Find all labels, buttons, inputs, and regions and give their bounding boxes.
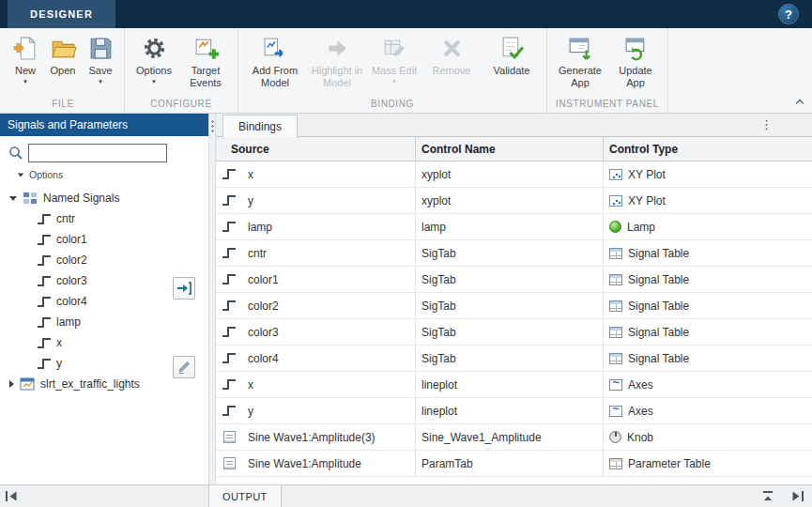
generate-app-button[interactable]: Generate App — [553, 33, 607, 91]
collapse-right-button[interactable] — [791, 490, 804, 505]
cell-source: Sine Wave1:Amplitude(3) — [242, 424, 416, 450]
cell-source: color4 — [242, 346, 416, 371]
signal-icon — [38, 297, 51, 307]
bindings-area: Bindings ⋮ Source Control Name Control T… — [216, 114, 812, 484]
chevron-up-icon — [794, 98, 805, 105]
group-label-file: FILE — [7, 97, 119, 113]
tree-item-named-signals[interactable]: Named Signals — [0, 188, 208, 208]
save-dropdown-caret: ▾ — [99, 78, 102, 84]
tree-item[interactable]: lamp — [0, 312, 208, 332]
expander-down-icon[interactable] — [9, 196, 17, 201]
workspace: Signals and Parameters Options Named Sig… — [0, 114, 812, 484]
cell-control-type: Signal Table — [604, 267, 812, 292]
collapse-ribbon-button[interactable] — [794, 95, 805, 108]
control-type-label: Signal Table — [628, 247, 689, 260]
tab-designer[interactable]: DESIGNER — [8, 0, 115, 28]
signal-icon — [222, 406, 236, 416]
target-events-label: Target Events — [180, 65, 231, 89]
ribbon-group-binding: Add From Model Highlight in Model Mass E… — [238, 28, 547, 113]
tab-output[interactable]: OUTPUT — [208, 485, 282, 507]
tree-item-label: slrt_ex_traffic_lights — [40, 377, 140, 391]
mass-edit-button[interactable]: Mass Edit ▾ — [368, 33, 421, 86]
control-type-label: Parameter Table — [628, 457, 711, 470]
signal-icon — [222, 327, 236, 337]
highlight-in-model-button[interactable]: Highlight in Model — [308, 33, 366, 91]
bind-arrow-icon — [176, 281, 192, 296]
bindings-table: x xyplot XY Plot y xyplot XY Plot lamp l… — [216, 161, 812, 484]
table-row[interactable]: Sine Wave1:Amplitude(3) Sine_Wave1_Ampli… — [216, 424, 812, 451]
collapse-left-button[interactable] — [5, 490, 18, 505]
control-type-label: Signal Table — [628, 300, 689, 313]
search-input[interactable] — [28, 144, 167, 162]
tree-item[interactable]: x — [0, 332, 208, 353]
sigtable-icon — [609, 300, 622, 312]
tree-item-label: color1 — [56, 233, 87, 246]
table-row[interactable]: color3 SigTab Signal Table — [216, 319, 812, 346]
knob-icon — [609, 431, 621, 443]
expander-right-icon[interactable] — [9, 380, 14, 388]
panel-splitter[interactable] — [208, 114, 216, 484]
add-from-model-button[interactable]: Add From Model — [244, 33, 306, 91]
sigtable-icon — [609, 274, 622, 285]
table-row[interactable]: x xyplot XY Plot — [216, 161, 812, 188]
cell-control-type: Axes — [604, 372, 812, 397]
search-options-button[interactable]: Options — [0, 162, 208, 184]
named-signals-icon — [23, 192, 38, 205]
tree-item[interactable]: color1 — [0, 229, 208, 250]
cell-source: lamp — [242, 214, 416, 239]
tree-item-label: cntr — [56, 212, 75, 225]
paramtable-icon — [609, 458, 622, 469]
options-button[interactable]: Options ▾ — [130, 33, 177, 86]
cell-control-type: Lamp — [604, 214, 812, 239]
app-window: DESIGNER ? New ▾ Open Save ▾ — [0, 0, 812, 507]
ribbon-group-configure: Options ▾ Target Events CONFIGURE — [125, 28, 238, 113]
mass-edit-label: Mass Edit — [372, 65, 417, 77]
tab-bindings[interactable]: Bindings — [222, 115, 298, 137]
signal-icon — [222, 248, 236, 258]
tree-item-label: color3 — [56, 274, 87, 287]
table-row[interactable]: y lineplot Axes — [216, 398, 812, 424]
column-header-control-name[interactable]: Control Name — [416, 137, 604, 161]
new-button[interactable]: New ▾ — [8, 33, 43, 86]
cell-control-name: SigTab — [416, 293, 604, 318]
tree-item-label: lamp — [56, 315, 81, 329]
cell-source: y — [242, 188, 416, 213]
table-row[interactable]: cntr SigTab Signal Table — [216, 240, 812, 267]
table-row[interactable]: color4 SigTab Signal Table — [216, 346, 812, 372]
axes-icon — [609, 406, 622, 417]
table-row[interactable]: Sine Wave1:Amplitude ParamTab Parameter … — [216, 451, 812, 477]
help-button[interactable]: ? — [778, 4, 799, 24]
table-row[interactable]: x lineplot Axes — [216, 372, 812, 398]
validate-button[interactable]: Validate — [483, 33, 541, 79]
save-button[interactable]: Save ▾ — [83, 33, 118, 86]
column-header-control-type[interactable]: Control Type — [604, 137, 812, 161]
cell-source: color1 — [242, 267, 416, 292]
sigtable-icon — [609, 248, 622, 259]
cell-control-name: SigTab — [416, 319, 604, 345]
cell-source: color3 — [242, 319, 416, 345]
control-type-label: Signal Table — [628, 326, 689, 339]
axes-icon — [609, 379, 622, 391]
table-row[interactable]: lamp lamp Lamp — [216, 214, 812, 240]
column-header-source[interactable]: Source — [216, 137, 416, 161]
edit-button[interactable] — [173, 356, 195, 378]
update-app-button[interactable]: Update App — [609, 33, 662, 91]
tree-item[interactable]: cntr — [0, 208, 208, 229]
tree-item-label: Named Signals — [43, 192, 119, 205]
highlight-in-model-icon — [324, 35, 351, 62]
collapse-bottom-button[interactable] — [761, 490, 774, 505]
signal-icon — [38, 255, 51, 266]
table-row[interactable]: y xyplot XY Plot — [216, 188, 812, 214]
remove-button[interactable]: Remove — [422, 33, 481, 79]
signal-icon — [38, 214, 51, 224]
table-row[interactable]: color1 SigTab Signal Table — [216, 267, 812, 293]
cell-control-name: SigTab — [416, 267, 604, 292]
bind-to-control-button[interactable] — [173, 277, 195, 300]
tree-item[interactable]: color2 — [0, 250, 208, 270]
table-row[interactable]: color2 SigTab Signal Table — [216, 293, 812, 319]
open-button[interactable]: Open — [45, 33, 81, 79]
more-menu-button[interactable]: ⋮ — [760, 117, 773, 132]
signal-icon — [222, 169, 236, 179]
target-events-button[interactable]: Target Events — [179, 33, 232, 91]
control-type-label: Axes — [628, 405, 653, 418]
